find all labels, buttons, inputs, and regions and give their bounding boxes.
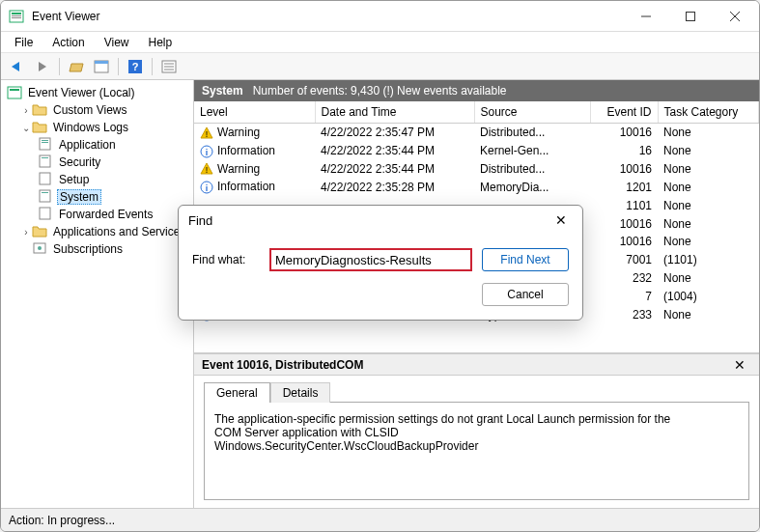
tree-pane: Event Viewer (Local) › Custom Views ⌄ Wi…	[1, 80, 194, 508]
tree-setup[interactable]: Setup	[3, 171, 191, 188]
tree-security[interactable]: Security	[3, 154, 191, 171]
svg-rect-19	[8, 87, 21, 98]
window-title: Event Viewer	[32, 10, 624, 23]
folder-icon	[32, 224, 47, 239]
svg-text:!: !	[206, 129, 209, 139]
detail-body: The application-specific permission sett…	[204, 402, 749, 500]
svg-text:i: i	[206, 148, 209, 157]
menu-view[interactable]: View	[97, 34, 137, 51]
table-row[interactable]: iInformation4/22/2022 2:35:44 PMKernel-G…	[194, 142, 759, 160]
find-dialog: Find ✕ Find what: Find Next Cancel	[178, 205, 583, 321]
titlebar: Event Viewer	[1, 1, 759, 32]
folder-icon	[32, 102, 47, 118]
subscriptions-icon	[32, 241, 47, 257]
log-icon	[38, 207, 53, 222]
statusbar: Action: In progress...	[1, 508, 759, 531]
tab-general[interactable]: General	[204, 382, 270, 403]
svg-text:i: i	[206, 183, 209, 193]
expand-icon[interactable]: ›	[20, 227, 32, 238]
toolbar-separator	[59, 58, 60, 75]
tree-forwarded[interactable]: Forwarded Events	[3, 206, 191, 223]
find-next-button[interactable]: Find Next	[482, 248, 569, 271]
find-cancel-button[interactable]: Cancel	[482, 283, 569, 306]
log-icon	[38, 154, 53, 170]
svg-marker-10	[70, 64, 83, 71]
tree-root[interactable]: Event Viewer (Local)	[3, 84, 191, 101]
tree-subscriptions[interactable]: › Subscriptions	[3, 240, 191, 258]
close-button[interactable]	[713, 2, 757, 31]
find-input[interactable]	[269, 248, 472, 271]
status-text: Action: In progress...	[9, 514, 115, 527]
maximize-button[interactable]	[668, 2, 713, 31]
find-dialog-title: Find	[188, 213, 212, 228]
warning-icon: !	[200, 126, 213, 140]
svg-rect-2	[12, 15, 21, 16]
svg-rect-1	[12, 13, 21, 14]
col-event-id[interactable]: Event ID	[590, 101, 658, 124]
svg-rect-29	[40, 208, 50, 219]
event-viewer-icon	[7, 85, 22, 100]
tree-custom-views[interactable]: › Custom Views	[3, 101, 191, 119]
svg-rect-26	[40, 173, 50, 184]
find-close-icon[interactable]: ✕	[549, 209, 573, 232]
find-label: Find what:	[192, 253, 260, 266]
svg-rect-21	[40, 138, 50, 150]
event-count-label: Number of events: 9,430 (!) New events a…	[253, 84, 507, 98]
back-button[interactable]	[7, 56, 28, 77]
forward-button[interactable]	[32, 56, 53, 77]
menu-file[interactable]: File	[7, 34, 41, 51]
toolbar-separator	[152, 58, 153, 75]
log-icon	[38, 189, 53, 205]
svg-rect-24	[40, 155, 50, 167]
table-row[interactable]: !Warning4/22/2022 2:35:47 PMDistributed.…	[194, 124, 759, 142]
menu-action[interactable]: Action	[44, 34, 92, 51]
detail-close-icon[interactable]: ✕	[728, 353, 751, 377]
svg-rect-20	[10, 89, 19, 91]
log-icon	[38, 172, 53, 187]
tree-apps-services[interactable]: › Applications and Services	[3, 223, 191, 240]
tree-application[interactable]: Application	[3, 136, 191, 154]
table-row[interactable]: !Warning4/22/2022 2:35:44 PMDistributed.…	[194, 160, 759, 179]
detail-title: Event 10016, DistributedCOM	[202, 358, 363, 372]
svg-marker-9	[39, 62, 46, 71]
tree-windows-logs[interactable]: ⌄ Windows Logs	[3, 119, 191, 136]
col-task-category[interactable]: Task Category	[658, 101, 759, 124]
tab-details[interactable]: Details	[270, 382, 331, 403]
app-icon	[9, 9, 24, 24]
svg-point-31	[38, 246, 42, 250]
svg-rect-28	[42, 192, 48, 193]
svg-rect-22	[42, 140, 48, 141]
menu-help[interactable]: Help	[141, 34, 181, 51]
svg-rect-5	[687, 12, 695, 20]
svg-rect-23	[42, 142, 48, 143]
folder-icon	[32, 120, 47, 135]
svg-rect-25	[42, 157, 48, 158]
svg-rect-3	[12, 17, 21, 18]
col-date[interactable]: Date and Time	[315, 101, 474, 124]
properties-icon[interactable]	[91, 56, 112, 77]
minimize-button[interactable]	[624, 2, 668, 31]
col-level[interactable]: Level	[194, 101, 315, 124]
collapse-icon[interactable]: ⌄	[20, 123, 32, 133]
menubar: File Action View Help	[1, 32, 759, 53]
information-icon: i	[200, 181, 213, 194]
svg-text:?: ?	[132, 61, 139, 72]
tree-system[interactable]: System	[3, 188, 191, 206]
svg-rect-12	[95, 61, 108, 64]
warning-icon: !	[200, 162, 213, 176]
expand-icon[interactable]: ›	[20, 105, 32, 116]
event-detail-panel: Event 10016, DistributedCOM ✕ General De…	[194, 353, 759, 508]
log-icon	[38, 137, 53, 153]
col-source[interactable]: Source	[474, 101, 590, 124]
help-icon[interactable]: ?	[125, 56, 146, 77]
log-header: System Number of events: 9,430 (!) New e…	[194, 80, 759, 101]
svg-marker-8	[12, 62, 19, 71]
svg-text:!: !	[206, 165, 209, 175]
svg-rect-27	[40, 190, 50, 202]
list-view-icon[interactable]	[158, 56, 180, 77]
table-row[interactable]: iInformation4/22/2022 2:35:28 PMMemoryDi…	[194, 178, 759, 196]
tree-root-label: Event Viewer (Local)	[26, 86, 137, 99]
open-saved-log-icon[interactable]	[66, 56, 87, 77]
log-name: System	[202, 84, 243, 98]
toolbar-separator	[118, 58, 119, 75]
